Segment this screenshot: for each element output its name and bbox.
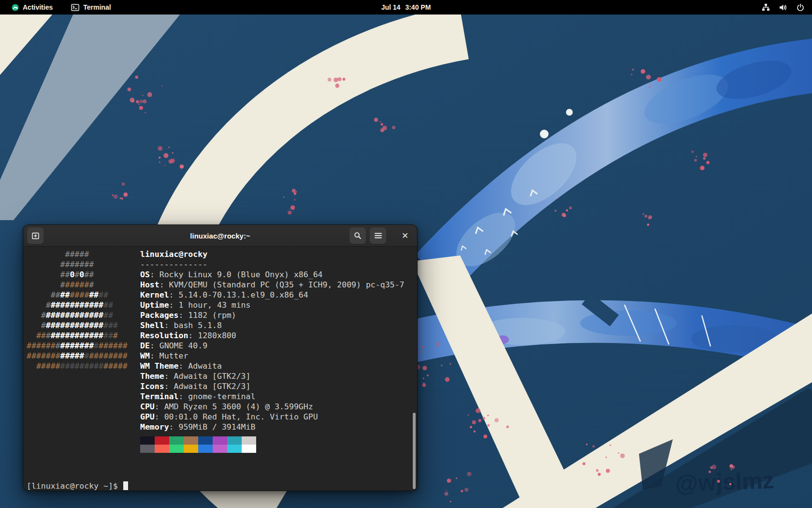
palette-swatch [184, 436, 198, 445]
palette-swatch [155, 436, 169, 445]
search-icon [354, 232, 362, 239]
new-tab-icon [31, 232, 40, 240]
prompt-line: [linuxiac@rocky ~]$ [27, 481, 417, 491]
wallpaper-watermark: @wjslmz [675, 467, 774, 496]
palette-swatch [198, 445, 213, 453]
wallpaper-white-dot [566, 109, 573, 116]
terminal-content[interactable]: ##### ####### ##0#0## ####### ##########… [23, 247, 417, 491]
palette-swatch [227, 436, 242, 445]
clock-button[interactable]: Jul 14 3:40 PM [381, 0, 431, 15]
neofetch-info: linuxiac@rocky--------------OS: Rocky Li… [140, 249, 404, 432]
scrollbar-thumb[interactable] [413, 413, 416, 489]
color-palette [140, 436, 404, 453]
clock-time: 3:40 PM [405, 3, 431, 11]
palette-swatch [242, 436, 256, 445]
cursor-block [123, 481, 128, 490]
system-status-area[interactable] [762, 0, 812, 15]
hamburger-menu-icon [375, 233, 382, 239]
rocky-logo-icon [12, 4, 19, 11]
neofetch-userhost: linuxiac@rocky [140, 250, 207, 259]
prompt-text: [linuxiac@rocky ~]$ [27, 481, 123, 491]
palette-swatch [227, 445, 242, 453]
focused-app-menu[interactable]: Terminal [66, 0, 116, 15]
activities-label: Activities [23, 3, 53, 11]
neofetch-separator: -------------- [140, 260, 207, 269]
terminal-titlebar[interactable]: linuxiac@rocky:~ ✕ [23, 225, 417, 247]
focused-app-label: Terminal [83, 3, 111, 11]
menu-button[interactable] [370, 227, 386, 244]
neofetch-output: ##### ####### ##0#0## ####### ##########… [27, 249, 417, 453]
palette-swatch [213, 445, 227, 453]
palette-swatch [198, 436, 213, 445]
palette-swatch [184, 445, 198, 453]
volume-icon [779, 4, 787, 11]
neofetch-ascii-art: ##### ####### ##0#0## ####### ##########… [27, 249, 140, 371]
palette-swatch [155, 445, 169, 453]
search-button[interactable] [349, 227, 366, 244]
activities-button[interactable]: Activities [7, 0, 58, 15]
terminal-app-icon [71, 4, 79, 11]
palette-swatch [213, 436, 227, 445]
window-title: linuxiac@rocky:~ [190, 232, 250, 240]
new-tab-button[interactable] [27, 227, 44, 244]
power-icon [797, 3, 804, 11]
terminal-window: linuxiac@rocky:~ ✕ ##### ####### [23, 224, 418, 491]
top-bar: Activities Terminal Jul 14 3:40 PM [0, 0, 812, 15]
palette-swatch [140, 436, 155, 445]
palette-swatch [140, 445, 155, 453]
clock-date: Jul 14 [381, 3, 401, 11]
close-button[interactable]: ✕ [397, 227, 413, 244]
wallpaper-white-dot [540, 130, 549, 138]
close-icon: ✕ [402, 232, 408, 240]
network-wired-icon [762, 3, 770, 11]
palette-swatch [169, 436, 184, 445]
palette-swatch [169, 445, 184, 453]
palette-swatch [242, 445, 256, 453]
